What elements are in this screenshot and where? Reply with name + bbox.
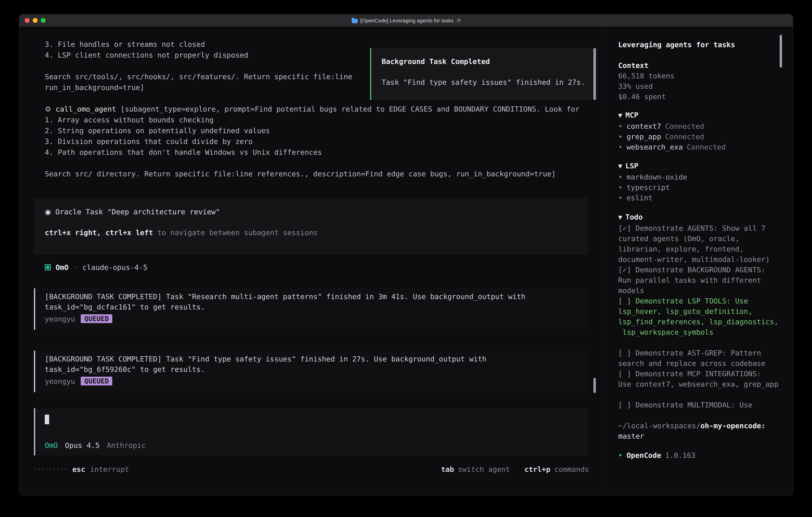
input-model-name: Opus 4.5	[65, 440, 99, 451]
message-line: [BACKGROUND TASK COMPLETED] Task "Resear…	[45, 292, 588, 302]
lsp-section-heading[interactable]: ▼LSP	[618, 161, 793, 172]
notification-toast[interactable]: Background Task Completed Task "Find typ…	[370, 48, 598, 100]
chevron-down-icon: ▼	[618, 161, 622, 171]
bullet-icon: •	[618, 450, 622, 461]
context-heading: Context	[618, 60, 793, 71]
message-line: task_id="bg_6f59260c" to get results.	[45, 364, 588, 375]
oracle-task-title: ◉ Oracle Task "Deep architecture review"	[45, 207, 577, 217]
oracle-nav-hint: ctrl+x right, ctrl+x left to navigate be…	[45, 227, 577, 238]
spinner-dots: ·········	[34, 464, 67, 474]
todo-item-done: [✓] Demonstrate AGENTS: Show all 7 curat…	[618, 223, 779, 265]
session-sidebar: Leveraging agents for tasks Context 66,5…	[605, 27, 793, 495]
agent-header: OmO · claude-opus-4-5	[45, 262, 147, 273]
session-progress-icon: ◔	[456, 18, 461, 23]
transcript-line: Search src/ directory. Return specific f…	[45, 168, 593, 179]
bullet-icon: •	[618, 193, 622, 203]
background-task-message: [BACKGROUND TASK COMPLETED] Task "Find t…	[34, 351, 588, 392]
background-task-message: [BACKGROUND TASK COMPLETED] Task "Resear…	[34, 288, 588, 330]
window-title-text: [OpenCode] Leveraging agents for tasks	[360, 18, 454, 23]
todo-item-pending: [ ] Demonstrate AST-GREP: Pattern search…	[618, 348, 779, 369]
chevron-down-icon: ▼	[618, 110, 622, 121]
hint-text: to navigate between subagent sessions	[153, 228, 318, 237]
minimize-button[interactable]	[33, 18, 37, 23]
sidebar-scrollbar-thumb[interactable]	[780, 35, 782, 67]
todo-item-done: [✓] Demonstrate BACKGROUND AGENTS: Run p…	[618, 265, 779, 296]
todo-item-pending: [ ] Demonstrate MULTIMODAL: Use	[618, 400, 779, 410]
workspace-branch: master	[618, 431, 779, 441]
commands-key-label: commands	[554, 464, 589, 474]
zoom-button[interactable]	[41, 18, 46, 23]
todo-section-heading[interactable]: ▼Todo	[618, 212, 793, 223]
window-body: 3. File handles or streams not closed 4.…	[19, 27, 793, 495]
lsp-name: typescript	[627, 182, 670, 193]
lsp-item: •markdown-oxide	[618, 172, 793, 182]
prompt-input[interactable]: OmO Opus 4.5 Anthropic	[34, 408, 588, 456]
esc-key-hint: esc	[72, 464, 85, 474]
mcp-section-heading[interactable]: ▼MCP	[618, 110, 793, 121]
mcp-status: Connected	[665, 132, 704, 142]
close-button[interactable]	[25, 18, 30, 23]
chevron-down-icon: ▼	[618, 212, 622, 223]
agent-model: claude-opus-4-5	[83, 262, 147, 273]
lsp-item: •typescript	[618, 182, 793, 193]
esc-key-label: interrupt	[90, 464, 129, 474]
queued-badge: QUEUED	[81, 314, 113, 323]
mcp-name: context7	[627, 121, 661, 132]
chat-main-area: 3. File handles or streams not closed 4.…	[19, 27, 605, 495]
message-author: yeongyu	[45, 315, 75, 323]
app-version: • OpenCode 1.0.163	[618, 450, 793, 461]
transcript-line: 1. Array access without bounds checking	[45, 114, 593, 125]
folder-icon	[351, 19, 357, 23]
app-version-number: 1.0.163	[665, 450, 696, 461]
message-author: yeongyu	[45, 377, 75, 385]
transcript-line: 4. Path operations that don't handle Win…	[45, 147, 593, 158]
bullet-icon: •	[618, 132, 622, 142]
mcp-item: •context7Connected	[618, 121, 793, 132]
main-scrollbar-thumb[interactable]	[593, 48, 596, 100]
message-line: task_id="bg_dcfac161" to get results.	[45, 302, 588, 312]
input-agent-name: OmO	[45, 440, 58, 451]
toast-body: Task "Find type safety issues" finished …	[382, 77, 587, 87]
oracle-task-panel[interactable]: ◉ Oracle Task "Deep architecture review"…	[34, 198, 588, 255]
tab-key-label: switch agent	[458, 464, 510, 474]
message-meta: yeongyu QUEUED	[45, 314, 588, 323]
mcp-heading-label: MCP	[626, 111, 638, 119]
context-spent: $0.46 spent	[618, 91, 793, 102]
mcp-name: websearch_exa	[627, 142, 683, 152]
tool-call-line: ⚙ call_omo_agent [subagent_type=explore,…	[45, 104, 593, 114]
lsp-name: markdown-oxide	[627, 172, 687, 182]
bullet-icon: •	[618, 182, 622, 193]
tab-key-hint: tab	[441, 464, 454, 474]
text-cursor	[45, 415, 49, 424]
lsp-heading-label: LSP	[626, 162, 638, 170]
titlebar[interactable]: [OpenCode] Leveraging agents for tasks ◔	[19, 15, 793, 27]
queued-badge: QUEUED	[81, 377, 113, 385]
bullet-icon: •	[618, 142, 622, 152]
mcp-status: Connected	[665, 121, 704, 132]
workspace-repo: oh-my-opencode:	[700, 421, 765, 430]
input-provider-name: Anthropic	[107, 440, 146, 451]
session-title: Leveraging agents for tasks	[618, 39, 793, 50]
message-line: [BACKGROUND TASK COMPLETED] Task "Find t…	[45, 354, 588, 364]
bullet-icon: •	[618, 172, 622, 182]
agent-separator: ·	[73, 262, 78, 273]
gear-icon: ⚙	[45, 105, 51, 113]
app-name: OpenCode	[627, 450, 661, 461]
message-meta: yeongyu QUEUED	[45, 377, 588, 385]
lsp-name: eslint	[627, 193, 652, 203]
todo-item-active: [ ] Demonstrate LSP TOOLS: Use lsp_hover…	[618, 296, 779, 337]
workspace-prefix: ~/local-workspaces/	[618, 421, 700, 430]
tool-args: [subagent_type=explore, prompt=Find pote…	[116, 105, 579, 113]
transcript-line: 3. Division operations that could divide…	[45, 136, 593, 147]
commands-key-hint: ctrl+p	[524, 464, 550, 474]
context-used: 33% used	[618, 81, 793, 91]
tool-name: call_omo_agent	[51, 105, 116, 113]
agent-square-icon	[45, 264, 51, 270]
model-selector[interactable]: OmO Opus 4.5 Anthropic	[45, 440, 146, 451]
screen: [OpenCode] Leveraging agents for tasks ◔…	[0, 0, 812, 517]
lsp-item: •eslint	[618, 193, 793, 203]
mcp-name: grep_app	[627, 132, 661, 142]
app-window: [OpenCode] Leveraging agents for tasks ◔…	[19, 15, 793, 495]
message-scrollbar-thumb[interactable]	[593, 378, 596, 393]
transcript-line: 2. String operations on potentially unde…	[45, 125, 593, 136]
